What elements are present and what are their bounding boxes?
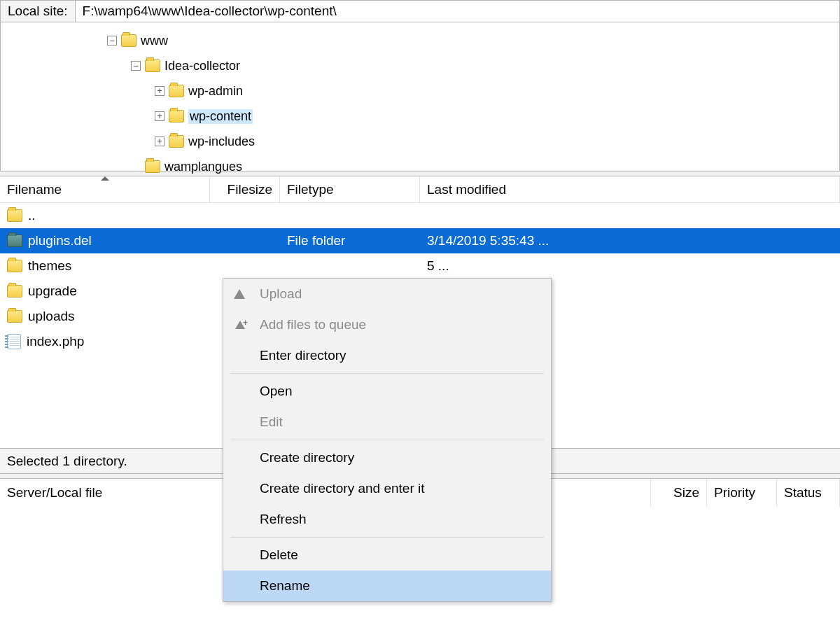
tree-item-wp-admin[interactable]: + wp-admin bbox=[155, 78, 839, 104]
list-item[interactable]: themes 5 ... bbox=[0, 253, 840, 279]
expand-icon[interactable]: + bbox=[155, 86, 164, 96]
folder-tree[interactable]: − www − Idea-collector + bbox=[0, 22, 840, 171]
folder-icon bbox=[121, 34, 136, 47]
menu-open[interactable]: Open bbox=[223, 376, 551, 407]
menu-create-directory[interactable]: Create directory bbox=[223, 442, 551, 473]
folder-icon bbox=[7, 234, 22, 247]
folder-icon bbox=[145, 59, 160, 72]
add-queue-icon: + bbox=[229, 319, 250, 330]
folder-icon bbox=[7, 260, 22, 272]
col-filesize[interactable]: Filesize bbox=[210, 176, 280, 202]
col-priority[interactable]: Priority bbox=[707, 479, 777, 507]
folder-icon bbox=[145, 160, 160, 173]
folder-icon bbox=[7, 209, 22, 222]
expand-icon[interactable]: + bbox=[155, 111, 164, 121]
menu-edit[interactable]: Edit bbox=[223, 407, 551, 438]
menu-upload[interactable]: Upload bbox=[223, 279, 551, 309]
context-menu: Upload + Add files to queue Enter direct… bbox=[223, 278, 552, 602]
tree-label: wp-admin bbox=[188, 84, 243, 99]
menu-rename[interactable]: Rename bbox=[223, 570, 551, 601]
upload-icon bbox=[229, 289, 250, 299]
tree-label: Idea-collector bbox=[164, 59, 240, 74]
folder-icon bbox=[169, 110, 184, 122]
list-item-parent[interactable]: .. bbox=[0, 203, 840, 228]
folder-icon bbox=[169, 135, 184, 148]
menu-delete[interactable]: Delete bbox=[223, 540, 551, 570]
list-item[interactable]: plugins.del File folder3/14/2019 5:35:43… bbox=[0, 228, 840, 253]
tree-label: www bbox=[141, 34, 168, 48]
tree-item-wp-includes[interactable]: + wp-includes bbox=[155, 129, 839, 154]
address-label: Local site: bbox=[1, 1, 76, 22]
expand-icon[interactable]: + bbox=[155, 136, 164, 146]
folder-icon bbox=[7, 285, 22, 298]
collapse-icon[interactable]: − bbox=[131, 61, 141, 71]
address-bar: Local site: bbox=[0, 0, 840, 22]
tree-item-www[interactable]: − www bbox=[107, 28, 839, 53]
col-modified[interactable]: Last modified bbox=[420, 176, 840, 202]
col-filename[interactable]: Filename bbox=[0, 176, 210, 202]
tree-label: wp-content bbox=[188, 109, 253, 124]
folder-icon bbox=[169, 85, 184, 97]
menu-add-queue[interactable]: + Add files to queue bbox=[223, 309, 551, 340]
file-icon bbox=[7, 334, 21, 349]
sort-asc-icon bbox=[101, 176, 109, 181]
menu-enter-directory[interactable]: Enter directory bbox=[223, 340, 551, 371]
collapse-icon[interactable]: − bbox=[107, 36, 117, 46]
col-filetype[interactable]: Filetype bbox=[280, 176, 420, 202]
tree-item-project[interactable]: − Idea-collector bbox=[131, 53, 839, 78]
tree-label: wp-includes bbox=[188, 134, 255, 149]
menu-refresh[interactable]: Refresh bbox=[223, 504, 551, 535]
col-size[interactable]: Size bbox=[651, 479, 707, 507]
tree-item-wamplangues[interactable]: wamplangues bbox=[131, 154, 839, 179]
local-path-input[interactable] bbox=[76, 1, 839, 22]
list-header: Filename Filesize Filetype Last modified bbox=[0, 176, 840, 203]
col-status[interactable]: Status bbox=[777, 479, 840, 507]
tree-label: wamplangues bbox=[164, 160, 242, 174]
tree-item-wp-content[interactable]: + wp-content bbox=[155, 104, 839, 129]
folder-icon bbox=[7, 310, 22, 323]
menu-create-directory-enter[interactable]: Create directory and enter it bbox=[223, 473, 551, 504]
